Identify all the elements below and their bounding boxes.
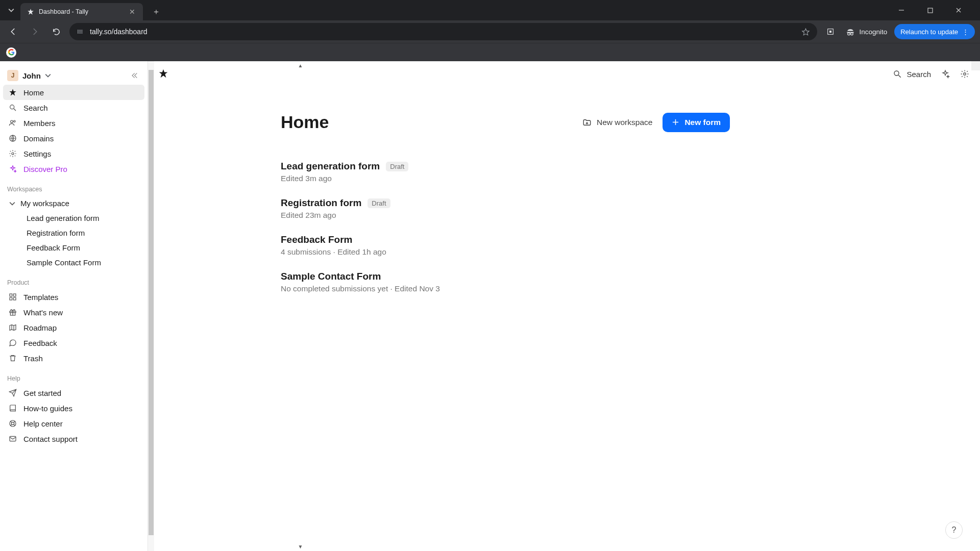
svg-point-22 (894, 71, 899, 76)
book-icon (8, 404, 17, 413)
sidebar-item-domains[interactable]: Domains (3, 131, 144, 146)
workspace-form-item[interactable]: Registration form (3, 226, 144, 240)
form-title: Lead generation form (281, 161, 380, 172)
svg-point-9 (11, 120, 13, 123)
sidebar-item-get-started[interactable]: Get started (3, 385, 144, 400)
top-search[interactable]: Search (892, 69, 931, 79)
incognito-indicator[interactable]: Incognito (844, 27, 889, 36)
draft-badge: Draft (386, 162, 408, 171)
form-list-item[interactable]: Lead generation form Draft Edited 3m ago (281, 161, 730, 183)
extensions-button[interactable] (822, 23, 839, 40)
workspace-form-item[interactable]: Feedback Form (3, 240, 144, 255)
nav-label: Search (23, 104, 48, 112)
new-form-button[interactable]: New form (663, 113, 730, 132)
minimize-button[interactable] (890, 3, 913, 18)
sidebar-item-roadmap[interactable]: Roadmap (3, 320, 144, 335)
form-list-item[interactable]: Registration form Draft Edited 23m ago (281, 197, 730, 220)
nav-label: Settings (23, 149, 51, 158)
product-section-label: Product (3, 270, 144, 289)
close-window-button[interactable] (947, 3, 970, 18)
content-scroll: Home New workspace New form (148, 87, 980, 308)
address-bar[interactable]: tally.so/dashboard (69, 23, 817, 40)
bookmark-star-icon[interactable] (801, 28, 810, 36)
sidebar-item-search[interactable]: Search (3, 100, 144, 115)
sidebar-item-discover-pro[interactable]: Discover Pro (3, 161, 144, 177)
workspace-form-item[interactable]: Lead generation form (3, 211, 144, 226)
sidebar-item-members[interactable]: Members (3, 115, 144, 131)
sidebar-item-whats-new[interactable]: What's new (3, 305, 144, 320)
tab-search-button[interactable] (4, 3, 18, 17)
scroll-up-arrow-icon[interactable]: ▲ (296, 61, 305, 70)
new-workspace-button[interactable]: New workspace (582, 118, 652, 127)
kebab-icon: ⋮ (962, 28, 969, 36)
nav-label: How-to guides (23, 404, 72, 413)
sidebar-item-contact-support[interactable]: Contact support (3, 431, 144, 446)
svg-rect-16 (13, 297, 16, 300)
workspace-toggle[interactable]: My workspace (3, 196, 144, 211)
chevron-down-icon (45, 72, 51, 79)
app-viewport: J John Home Search Members Domains Setti… (0, 61, 980, 551)
forward-button[interactable] (27, 23, 43, 40)
map-icon (8, 323, 17, 332)
relaunch-label: Relaunch to update (900, 28, 958, 36)
sidebar-item-trash[interactable]: Trash (3, 350, 144, 366)
sparkle-icon (8, 164, 17, 173)
form-list-item[interactable]: Feedback Form 4 submissions · Edited 1h … (281, 234, 730, 257)
nav-label: Roadmap (23, 323, 57, 332)
back-button[interactable] (5, 23, 21, 40)
trash-icon (8, 354, 17, 363)
customize-icon[interactable] (940, 69, 950, 79)
plus-icon (672, 118, 679, 126)
nav-label: Home (23, 88, 44, 97)
folder-plus-icon (582, 118, 592, 127)
svg-rect-3 (829, 31, 831, 33)
sidebar-item-how-to-guides[interactable]: How-to guides (3, 400, 144, 416)
sidebar-item-home[interactable]: Home (3, 85, 144, 100)
form-list-item[interactable]: Sample Contact Form No completed submiss… (281, 271, 730, 293)
site-info-icon[interactable] (77, 28, 85, 36)
browser-tab-active[interactable]: Dashboard - Tally ✕ (20, 3, 143, 20)
mail-icon (8, 434, 17, 443)
incognito-label: Incognito (859, 28, 887, 36)
form-meta: Edited 23m ago (281, 211, 730, 220)
search-icon (892, 69, 902, 79)
new-tab-button[interactable]: ＋ (149, 5, 163, 19)
gear-icon[interactable] (960, 69, 970, 79)
tally-logo-icon[interactable] (158, 68, 169, 80)
sidebar-item-templates[interactable]: Templates (3, 289, 144, 305)
svg-line-23 (899, 75, 901, 78)
browser-toolbar: tally.so/dashboard Incognito Relaunch to… (0, 20, 980, 43)
relaunch-update-button[interactable]: Relaunch to update ⋮ (894, 24, 975, 39)
templates-icon (8, 292, 17, 302)
svg-point-20 (11, 422, 14, 424)
reload-button[interactable] (48, 23, 64, 40)
nav-label: Domains (23, 134, 54, 143)
nav-label: Members (23, 119, 56, 128)
user-name: John (22, 71, 41, 80)
google-bookmark-icon[interactable] (6, 47, 16, 58)
chevron-down-icon (8, 201, 16, 207)
help-fab-button[interactable]: ? (945, 521, 963, 539)
nav-label: Contact support (23, 435, 78, 443)
page-title: Home (281, 112, 329, 132)
svg-point-5 (851, 33, 853, 35)
workspace-form-item[interactable]: Sample Contact Form (3, 255, 144, 270)
url-text: tally.so/dashboard (90, 28, 148, 36)
maximize-button[interactable] (919, 3, 941, 18)
svg-point-10 (14, 120, 15, 122)
form-meta: 4 submissions · Edited 1h ago (281, 247, 730, 257)
sidebar-item-feedback[interactable]: Feedback (3, 335, 144, 350)
tab-close-button[interactable]: ✕ (128, 7, 137, 16)
sidebar-item-settings[interactable]: Settings (3, 146, 144, 161)
scroll-down-arrow-icon[interactable]: ▼ (296, 542, 305, 551)
sidebar-item-help-center[interactable]: Help center (3, 416, 144, 431)
nav-label: Feedback (23, 339, 57, 347)
sidebar-scrollbar[interactable]: ▲ ▼ (148, 61, 154, 551)
asterisk-icon (8, 88, 17, 97)
collapse-sidebar-button[interactable] (128, 69, 140, 82)
incognito-icon (846, 27, 855, 36)
form-title: Registration form (281, 197, 361, 209)
main-area: Search Home New workspace (148, 61, 980, 551)
scrollbar-thumb[interactable] (149, 70, 154, 535)
account-switcher[interactable]: J John (3, 66, 144, 85)
